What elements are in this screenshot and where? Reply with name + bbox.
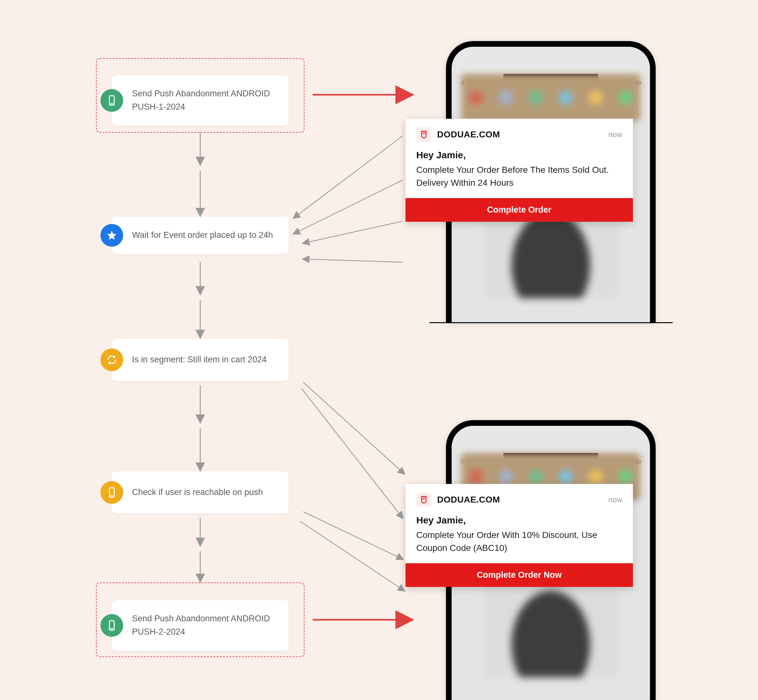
push-message: Complete Your Order With 10% Discount, U… <box>416 529 622 555</box>
push-title: Hey Jamie, <box>416 150 622 161</box>
push-notification-2[interactable]: DODUAE.COM now Hey Jamie, Complete Your … <box>406 484 633 587</box>
push-timestamp: now <box>608 495 622 504</box>
push-notification-1[interactable]: DODUAE.COM now Hey Jamie, Complete Your … <box>406 119 633 222</box>
phone-blur-hero <box>461 74 641 121</box>
flow-node-label: Send Push Abandonment ANDROID PUSH-1-202… <box>132 87 277 114</box>
flow-node-segment-check[interactable]: Is in segment: Still item in cart 2024 <box>112 339 289 381</box>
diagram-canvas: Send Push Abandonment ANDROID PUSH-1-202… <box>0 0 758 700</box>
push-timestamp: now <box>608 130 622 139</box>
push-app-name: DODUAE.COM <box>437 495 500 505</box>
svg-line-23 <box>303 512 403 559</box>
app-logo-icon <box>416 492 431 507</box>
flow-node-wait-event[interactable]: Wait for Event order placed up to 24h <box>112 217 289 254</box>
svg-line-21 <box>303 382 404 474</box>
push-cta-button[interactable]: Complete Order Now <box>406 563 633 587</box>
flow-node-label: Wait for Event order placed up to 24h <box>132 229 277 242</box>
push-title: Hey Jamie, <box>416 515 622 526</box>
phone-ground-line <box>430 322 673 323</box>
phone-icon <box>100 89 123 112</box>
push-app-name: DODUAE.COM <box>437 130 500 140</box>
flow-node-reachable-check[interactable]: Check if user is reachable on push <box>112 471 289 514</box>
svg-line-18 <box>294 180 403 234</box>
push-cta-button[interactable]: Complete Order <box>406 198 633 222</box>
refresh-icon <box>100 348 123 371</box>
phone-icon <box>100 481 123 504</box>
flow-node-send-push-2[interactable]: Send Push Abandonment ANDROID PUSH-2-202… <box>112 600 289 651</box>
svg-marker-2 <box>107 231 117 240</box>
push-message: Complete Your Order Before The Items Sol… <box>416 164 622 189</box>
svg-line-20 <box>303 259 403 262</box>
app-logo-icon <box>416 127 431 142</box>
svg-line-22 <box>302 389 403 518</box>
flow-node-label: Is in segment: Still item in cart 2024 <box>132 353 277 366</box>
flow-node-label: Check if user is reachable on push <box>132 486 277 499</box>
flow-node-send-push-1[interactable]: Send Push Abandonment ANDROID PUSH-1-202… <box>112 75 289 126</box>
phone-icon <box>100 614 123 637</box>
svg-line-17 <box>294 136 403 218</box>
star-icon <box>100 224 123 247</box>
flow-node-label: Send Push Abandonment ANDROID PUSH-2-202… <box>132 612 277 639</box>
svg-line-19 <box>303 221 403 243</box>
svg-line-24 <box>300 521 404 591</box>
